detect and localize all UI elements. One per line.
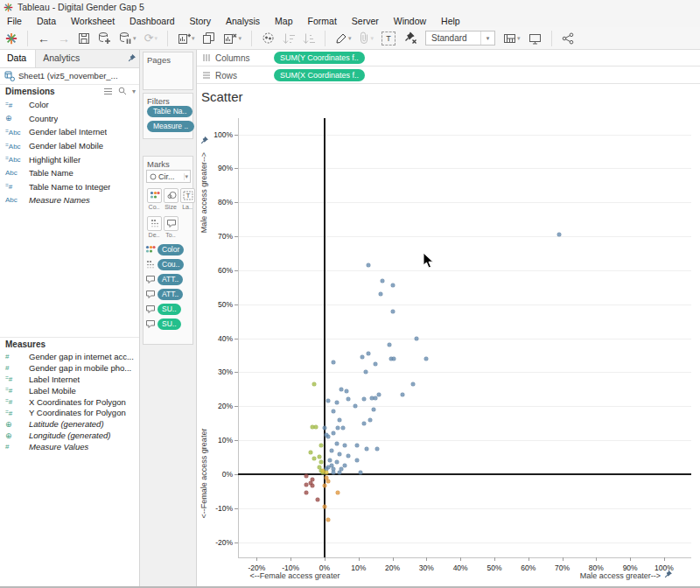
data-point-orange[interactable] bbox=[322, 484, 326, 488]
data-point-blue[interactable] bbox=[334, 460, 339, 465]
size-button[interactable] bbox=[164, 188, 178, 203]
save-button[interactable] bbox=[78, 32, 90, 45]
data-point-blue[interactable] bbox=[424, 356, 429, 360]
mark-pill[interactable]: Color bbox=[158, 244, 184, 256]
chevron-down-icon[interactable]: ▾ bbox=[238, 35, 242, 42]
data-point-blue[interactable] bbox=[414, 336, 418, 340]
detail-button[interactable] bbox=[147, 216, 162, 231]
menu-data[interactable]: Data bbox=[37, 16, 56, 26]
rows-shelf[interactable]: Rows SUM(X Coordinates f.. bbox=[197, 67, 700, 84]
filter-pill[interactable]: Table Na.. bbox=[147, 106, 192, 117]
data-point-green[interactable] bbox=[312, 382, 317, 386]
chevron-down-icon[interactable]: ▾ bbox=[348, 35, 352, 42]
data-point-blue[interactable] bbox=[380, 278, 384, 283]
label-button[interactable]: T bbox=[180, 188, 195, 203]
data-point-blue[interactable] bbox=[365, 446, 369, 451]
data-point-blue[interactable] bbox=[372, 408, 376, 412]
run-auto-updates-button[interactable]: ⟳▾ bbox=[144, 32, 158, 45]
data-point-blue[interactable] bbox=[324, 433, 328, 438]
field-row[interactable]: =AbcGender label Mobile bbox=[0, 139, 139, 153]
group-members-button[interactable]: ▾ bbox=[359, 32, 374, 45]
chevron-down-icon[interactable]: ▾ bbox=[133, 35, 136, 42]
data-point-red[interactable] bbox=[304, 473, 308, 478]
undo-button[interactable]: ← bbox=[38, 32, 50, 46]
pause-auto-updates-button[interactable]: ▾ bbox=[119, 32, 136, 45]
columns-shelf[interactable]: Columns SUM(Y Coordinates f.. bbox=[197, 50, 700, 66]
data-point-blue[interactable] bbox=[374, 361, 378, 366]
data-point-blue[interactable] bbox=[374, 396, 378, 400]
menu-file[interactable]: File bbox=[7, 16, 22, 26]
duplicate-sheet-button[interactable] bbox=[202, 32, 215, 45]
data-point-green[interactable] bbox=[312, 457, 317, 461]
data-point-blue[interactable] bbox=[363, 370, 368, 374]
chevron-down-icon[interactable]: ▾ bbox=[154, 35, 158, 42]
fit-select[interactable]: Standard▾ bbox=[425, 31, 495, 46]
data-point-red[interactable] bbox=[304, 482, 308, 486]
data-point-blue[interactable] bbox=[360, 354, 364, 359]
mark-pill[interactable]: ATT.. bbox=[158, 274, 183, 285]
field-row[interactable]: =#X Coordinates for Polygon bbox=[0, 396, 139, 408]
clear-sheet-button[interactable]: ▾ bbox=[223, 32, 242, 45]
show-mark-labels-button[interactable]: T bbox=[382, 32, 396, 46]
data-point-blue[interactable] bbox=[358, 470, 362, 474]
data-point-blue[interactable] bbox=[338, 417, 342, 422]
field-row[interactable]: #Gender gap in internet acc... bbox=[0, 351, 139, 362]
field-row[interactable]: #Measure Values bbox=[0, 441, 139, 452]
menu-server[interactable]: Server bbox=[352, 16, 379, 26]
data-point-blue[interactable] bbox=[343, 443, 347, 447]
x-axis-pin-icon[interactable] bbox=[664, 570, 673, 579]
menu-story[interactable]: Story bbox=[189, 16, 211, 26]
data-source-row[interactable]: Sheet1 (viz5_november_... bbox=[0, 68, 139, 83]
data-point-green[interactable] bbox=[319, 460, 324, 465]
data-point-blue[interactable] bbox=[322, 426, 326, 430]
new-data-source-button[interactable] bbox=[98, 32, 111, 45]
data-point-blue[interactable] bbox=[361, 421, 366, 425]
data-point-blue[interactable] bbox=[387, 343, 391, 347]
data-point-orange[interactable] bbox=[326, 479, 330, 483]
highlight-button[interactable]: ▾ bbox=[335, 32, 352, 45]
field-row[interactable]: ⊕Country bbox=[0, 112, 139, 126]
data-point-blue[interactable] bbox=[341, 426, 346, 430]
data-point-blue[interactable] bbox=[353, 404, 357, 409]
chevron-down-icon[interactable]: ▾ bbox=[192, 35, 195, 42]
data-point-blue[interactable] bbox=[354, 443, 359, 447]
marks-card[interactable]: Marks Cir... ▾ Co..SizeTLa..De..To.. Col… bbox=[143, 156, 193, 345]
data-point-blue[interactable] bbox=[378, 292, 382, 297]
data-point-yellow[interactable] bbox=[324, 470, 328, 474]
data-point-blue[interactable] bbox=[346, 453, 351, 458]
menu-worksheet[interactable]: Worksheet bbox=[71, 16, 115, 26]
data-point-blue[interactable] bbox=[338, 470, 342, 474]
filter-pill[interactable]: Measure .. bbox=[147, 121, 194, 132]
field-row[interactable]: =#Table Name to Integer bbox=[0, 180, 139, 194]
field-row[interactable]: =#Y Coordinates for Polygon bbox=[0, 408, 139, 419]
data-point-red[interactable] bbox=[311, 484, 315, 488]
data-point-blue[interactable] bbox=[340, 387, 344, 391]
data-point-blue[interactable] bbox=[354, 458, 359, 463]
tab-analytics[interactable]: Analytics bbox=[36, 50, 125, 67]
data-point-blue[interactable] bbox=[390, 284, 395, 288]
data-point-blue[interactable] bbox=[326, 399, 330, 403]
field-row[interactable]: =#Color bbox=[0, 98, 139, 112]
search-icon[interactable] bbox=[118, 87, 127, 95]
data-point-blue[interactable] bbox=[334, 441, 339, 445]
rows-pill[interactable]: SUM(X Coordinates f.. bbox=[274, 69, 365, 81]
data-point-blue[interactable] bbox=[331, 470, 335, 474]
pages-card[interactable]: Pages bbox=[143, 52, 193, 90]
data-point-red[interactable] bbox=[316, 497, 320, 501]
data-point-blue[interactable] bbox=[392, 356, 396, 360]
y-axis-pin-icon[interactable] bbox=[200, 136, 209, 145]
data-point-blue[interactable] bbox=[367, 263, 371, 268]
tooltip-button[interactable] bbox=[164, 216, 178, 231]
menu-help[interactable]: Help bbox=[441, 16, 460, 26]
redo-button[interactable]: → bbox=[58, 32, 70, 46]
menu-window[interactable]: Window bbox=[394, 16, 426, 26]
data-point-blue[interactable] bbox=[556, 233, 561, 237]
field-row[interactable]: AbcTable Name bbox=[0, 166, 139, 180]
data-point-blue[interactable] bbox=[331, 410, 335, 414]
menu-map[interactable]: Map bbox=[275, 16, 292, 26]
data-point-blue[interactable] bbox=[345, 388, 349, 393]
sort-ascending-button[interactable] bbox=[283, 32, 295, 45]
data-point-green[interactable] bbox=[319, 443, 324, 447]
share-button[interactable] bbox=[562, 32, 574, 45]
data-point-blue[interactable] bbox=[361, 397, 366, 402]
